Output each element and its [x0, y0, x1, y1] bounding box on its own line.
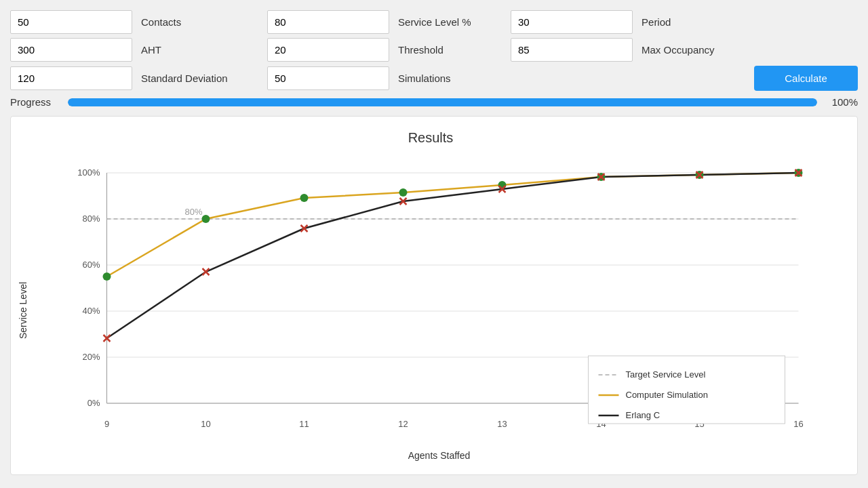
- aht-value-input[interactable]: 300: [10, 38, 132, 62]
- svg-text:10: 10: [201, 419, 210, 429]
- progress-bar-fill: [68, 98, 817, 106]
- threshold-input[interactable]: 20: [267, 38, 389, 62]
- legend-erlang-label: Erlang C: [626, 410, 660, 420]
- contacts-label: Contacts: [138, 16, 262, 28]
- simulations-label: Simulations: [395, 73, 505, 84]
- chart-title: Results: [18, 130, 844, 146]
- svg-text:80%: 80%: [82, 214, 100, 224]
- svg-text:20%: 20%: [82, 352, 100, 362]
- contacts-value-input[interactable]: 50: [10, 10, 132, 34]
- period-value-input[interactable]: 30: [511, 10, 633, 34]
- sim-point-10: [202, 215, 210, 223]
- calculate-button[interactable]: Calculate: [754, 66, 858, 91]
- sim-point-11: [300, 194, 309, 202]
- sim-point-12: [399, 188, 408, 197]
- progress-label: Progress: [10, 96, 58, 108]
- legend-simulation-label: Computer Simulation: [626, 390, 708, 400]
- period-label: Period: [638, 16, 749, 28]
- progress-bar: [68, 98, 817, 106]
- std-dev-value-input[interactable]: 120: [10, 66, 132, 90]
- simulation-line: [107, 173, 799, 277]
- service-level-label: Service Level %: [395, 16, 505, 28]
- service-level-input[interactable]: 80: [267, 10, 389, 34]
- svg-text:60%: 60%: [82, 260, 100, 270]
- svg-text:0%: 0%: [87, 398, 100, 408]
- y-axis-label: Service Level: [18, 159, 31, 461]
- sim-point-13: [498, 181, 507, 189]
- results-chart-container: Results Service Level .axis-label { font…: [10, 116, 858, 475]
- aht-label: AHT: [138, 44, 262, 56]
- x-axis-label: Agents Staffed: [35, 450, 844, 461]
- erlang-line: [107, 173, 799, 338]
- sim-point-9: [103, 272, 111, 281]
- std-dev-label: Standard Deviation: [138, 73, 262, 84]
- svg-text:13: 13: [497, 419, 507, 429]
- erlang-point-10: [203, 268, 210, 275]
- svg-text:16: 16: [793, 419, 803, 429]
- legend-target-label: Target Service Level: [626, 369, 706, 380]
- svg-text:40%: 40%: [82, 306, 100, 316]
- chart-inner: .axis-label { font-size: 13px; fill: #55…: [35, 159, 844, 461]
- svg-text:9: 9: [104, 419, 109, 429]
- svg-text:100%: 100%: [77, 167, 100, 178]
- chart-svg: .axis-label { font-size: 13px; fill: #55…: [35, 159, 844, 444]
- threshold-label: Threshold: [395, 44, 505, 56]
- svg-text:80%: 80%: [185, 207, 203, 217]
- max-occupancy-label: Max Occupancy: [638, 44, 749, 56]
- svg-text:11: 11: [299, 419, 309, 429]
- max-occupancy-value-input[interactable]: 85: [511, 38, 633, 62]
- simulations-input[interactable]: 50: [267, 66, 389, 90]
- progress-percent: 100%: [827, 96, 858, 108]
- svg-text:12: 12: [398, 419, 408, 429]
